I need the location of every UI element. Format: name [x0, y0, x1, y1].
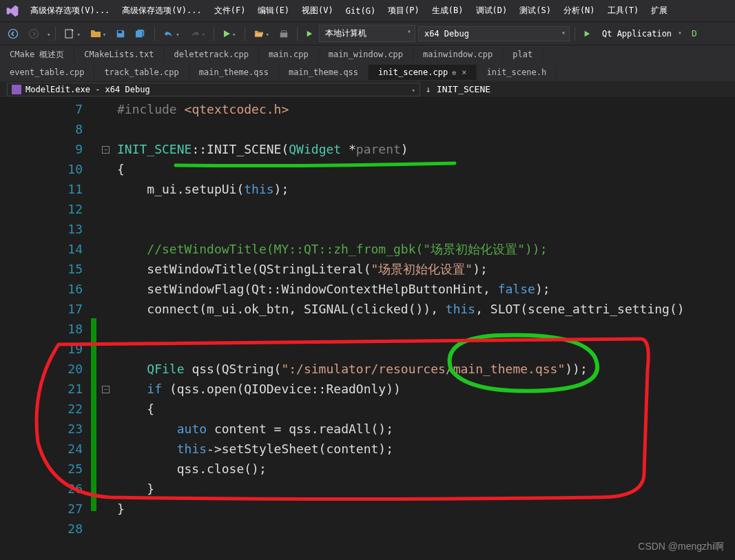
menu-debug[interactable]: 调试(D) [470, 2, 513, 19]
build-button[interactable] [276, 27, 292, 41]
watermark: CSDN @mengzhi啊 [638, 541, 724, 553]
file-tab[interactable]: track_table.cpp [94, 65, 189, 80]
code-content[interactable]: #include <qtextcodec.h> INIT_SCENE::INIT… [96, 98, 685, 560]
file-tab[interactable]: deletetrack.cpp [165, 47, 259, 62]
file-tab[interactable]: main_window.cpp [319, 47, 413, 62]
fold-minus-icon[interactable]: − [102, 386, 110, 393]
svg-rect-3 [118, 30, 122, 33]
svg-point-0 [9, 29, 18, 38]
redo-button[interactable]: ▾ [186, 27, 209, 41]
svg-rect-2 [65, 30, 72, 38]
config-dropdown[interactable]: x64 Debug [418, 26, 570, 41]
project-context-label: ModelEdit.exe - x64 Debug [25, 85, 150, 94]
svg-rect-4 [280, 32, 288, 37]
undo-button[interactable]: ▾ [160, 27, 183, 41]
scope-label[interactable]: INIT_SCENE [437, 84, 490, 94]
start-debug-button[interactable]: ▾ [219, 28, 239, 40]
menu-test[interactable]: 测试(S) [514, 2, 557, 19]
forward-button[interactable] [25, 26, 43, 41]
menu-file[interactable]: 文件(F) [209, 2, 251, 19]
menu-bar: 高级保存选项(V)... 高级保存选项(V)... 文件(F) 编辑(E) 视图… [0, 0, 735, 22]
menu-save-advanced-1[interactable]: 高级保存选项(V)... [25, 2, 115, 19]
menu-save-advanced-2[interactable]: 高级保存选项(V)... [116, 2, 207, 19]
file-tab[interactable]: init_scene.cpp⊕× [369, 65, 477, 80]
file-tabs-row-1: CMake 概述页CMakeLists.txtdeletetrack.cppma… [0, 45, 735, 63]
scope-down-arrow-icon: ↓ [426, 84, 431, 94]
menu-analyze[interactable]: 分析(N) [558, 2, 601, 19]
save-all-button[interactable] [132, 27, 149, 41]
menu-edit[interactable]: 编辑(E) [252, 2, 295, 19]
separator [214, 27, 214, 41]
nav-history-dropdown[interactable]: ▾ [47, 31, 50, 38]
file-tab[interactable]: CMakeLists.txt [74, 47, 164, 62]
run-target-play-icon[interactable] [580, 28, 594, 40]
run-target-dropdown[interactable]: Qt Application [597, 27, 685, 41]
svg-point-1 [30, 29, 39, 38]
vs-logo-icon [6, 4, 19, 18]
separator [154, 27, 155, 41]
open-file-button[interactable]: ▾ [87, 26, 110, 41]
menu-extensions[interactable]: 扩展 [645, 2, 673, 19]
separator [574, 27, 575, 41]
file-tab[interactable]: mainwindow.cpp [413, 47, 503, 62]
target-machine-dropdown[interactable]: 本地计算机 [319, 25, 415, 42]
file-tab[interactable]: event_table.cpp [0, 65, 94, 80]
project-context-dropdown[interactable]: ModelEdit.exe - x64 Debug ▾ [7, 83, 420, 96]
new-item-button[interactable]: ▾ [61, 26, 83, 41]
code-editor[interactable]: − − 789101112131415161718192021222324252… [0, 98, 735, 560]
menu-git[interactable]: Git(G) [340, 3, 381, 19]
file-tabs-row-2: event_table.cpptrack_table.cppmain_theme… [0, 63, 735, 81]
pin-icon[interactable]: ⊕ [452, 69, 456, 76]
menu-build[interactable]: 生成(B) [426, 2, 469, 19]
toolbar: ▾ ▾ ▾ ▾ ▾ ▾ ▾ 本地计算机 x64 Debug Qt Applica… [0, 22, 735, 45]
separator [297, 27, 298, 41]
fold-minus-icon[interactable]: − [102, 146, 110, 154]
separator [55, 27, 56, 41]
file-tab[interactable]: init_scene.h [477, 65, 557, 80]
close-icon[interactable]: × [462, 68, 466, 77]
menu-project[interactable]: 项目(P) [382, 2, 425, 19]
file-tab[interactable]: main_theme.qss [189, 65, 279, 80]
open-folder-button[interactable]: ▾ [250, 27, 273, 41]
context-bar: ModelEdit.exe - x64 Debug ▾ ↓ INIT_SCENE [0, 81, 735, 98]
file-tab[interactable]: CMake 概述页 [0, 46, 74, 63]
project-icon [12, 85, 21, 94]
back-button[interactable] [4, 26, 22, 41]
debug-target-icon[interactable]: D [688, 26, 701, 41]
file-tab[interactable]: main.cpp [259, 47, 319, 62]
menu-tools[interactable]: 工具(T) [602, 2, 645, 19]
line-number-gutter: 7891011121314151617181920212223242526272… [0, 98, 96, 560]
separator [245, 27, 245, 41]
save-button[interactable] [112, 27, 129, 41]
file-tab[interactable]: main_theme.qss [279, 65, 369, 80]
menu-view[interactable]: 视图(V) [296, 2, 339, 19]
file-tab[interactable]: plat [503, 47, 543, 62]
run-play-icon[interactable] [302, 28, 316, 40]
